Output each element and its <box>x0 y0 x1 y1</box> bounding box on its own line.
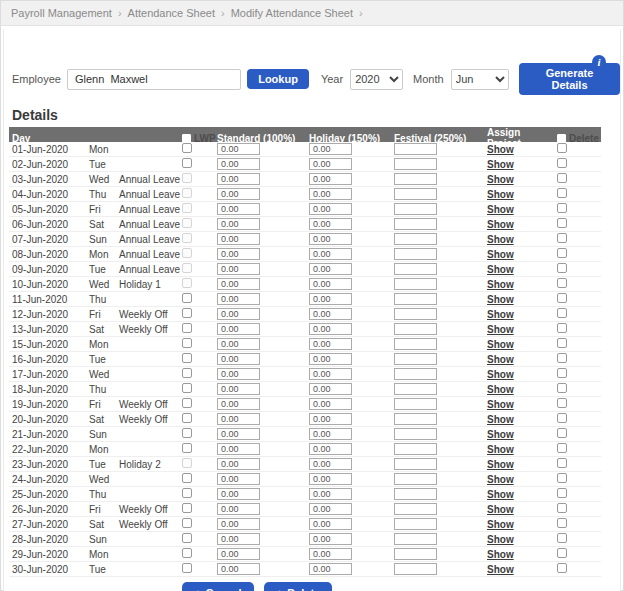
row-delete-checkbox[interactable] <box>557 248 567 258</box>
employee-input[interactable] <box>67 69 241 90</box>
lwp-checkbox[interactable] <box>182 173 192 183</box>
row-delete-checkbox[interactable] <box>557 488 567 498</box>
row-delete-checkbox[interactable] <box>557 143 567 153</box>
show-link[interactable]: Show <box>487 339 514 350</box>
row-delete-checkbox[interactable] <box>557 413 567 423</box>
show-link[interactable]: Show <box>487 159 514 170</box>
lwp-checkbox[interactable] <box>182 248 192 258</box>
festival-input[interactable] <box>394 248 437 260</box>
row-delete-checkbox[interactable] <box>557 173 567 183</box>
show-link[interactable]: Show <box>487 264 514 275</box>
lwp-checkbox[interactable] <box>182 518 192 528</box>
show-link[interactable]: Show <box>487 324 514 335</box>
row-delete-checkbox[interactable] <box>557 548 567 558</box>
standard-input[interactable] <box>217 323 260 335</box>
cancel-button[interactable]: ✦Cancel <box>182 582 254 591</box>
show-link[interactable]: Show <box>487 219 514 230</box>
row-delete-checkbox[interactable] <box>557 398 567 408</box>
show-link[interactable]: Show <box>487 249 514 260</box>
delete-select-all-checkbox[interactable] <box>557 134 566 143</box>
lwp-checkbox[interactable] <box>182 323 192 333</box>
show-link[interactable]: Show <box>487 519 514 530</box>
show-link[interactable]: Show <box>487 294 514 305</box>
breadcrumb-item-modify-attendance-sheet[interactable]: Modify Attendance Sheet <box>231 7 353 19</box>
holiday-input[interactable] <box>309 158 352 170</box>
row-delete-checkbox[interactable] <box>557 458 567 468</box>
festival-input[interactable] <box>394 443 437 455</box>
show-link[interactable]: Show <box>487 474 514 485</box>
standard-input[interactable] <box>217 278 260 290</box>
festival-input[interactable] <box>394 173 437 185</box>
info-icon[interactable]: i <box>592 55 606 69</box>
lwp-checkbox[interactable] <box>182 338 192 348</box>
row-delete-checkbox[interactable] <box>557 563 567 573</box>
festival-input[interactable] <box>394 503 437 515</box>
standard-input[interactable] <box>217 473 260 485</box>
standard-input[interactable] <box>217 368 260 380</box>
festival-input[interactable] <box>394 278 437 290</box>
lwp-checkbox[interactable] <box>182 188 192 198</box>
row-delete-checkbox[interactable] <box>557 353 567 363</box>
show-link[interactable]: Show <box>487 534 514 545</box>
standard-input[interactable] <box>217 188 260 200</box>
row-delete-checkbox[interactable] <box>557 203 567 213</box>
lwp-checkbox[interactable] <box>182 368 192 378</box>
holiday-input[interactable] <box>309 443 352 455</box>
show-link[interactable]: Show <box>487 549 514 560</box>
show-link[interactable]: Show <box>487 189 514 200</box>
holiday-input[interactable] <box>309 203 352 215</box>
standard-input[interactable] <box>217 563 260 575</box>
lwp-checkbox[interactable] <box>182 488 192 498</box>
show-link[interactable]: Show <box>487 399 514 410</box>
lwp-checkbox[interactable] <box>182 458 192 468</box>
festival-input[interactable] <box>394 233 437 245</box>
show-link[interactable]: Show <box>487 204 514 215</box>
holiday-input[interactable] <box>309 548 352 560</box>
standard-input[interactable] <box>217 173 260 185</box>
festival-input[interactable] <box>394 218 437 230</box>
lwp-checkbox[interactable] <box>182 143 192 153</box>
lookup-button[interactable]: Lookup <box>247 69 309 89</box>
holiday-input[interactable] <box>309 518 352 530</box>
festival-input[interactable] <box>394 413 437 425</box>
festival-input[interactable] <box>394 188 437 200</box>
row-delete-checkbox[interactable] <box>557 263 567 273</box>
holiday-input[interactable] <box>309 428 352 440</box>
holiday-input[interactable] <box>309 248 352 260</box>
standard-input[interactable] <box>217 533 260 545</box>
festival-input[interactable] <box>394 458 437 470</box>
lwp-checkbox[interactable] <box>182 278 192 288</box>
festival-input[interactable] <box>394 383 437 395</box>
holiday-input[interactable] <box>309 173 352 185</box>
holiday-input[interactable] <box>309 503 352 515</box>
standard-input[interactable] <box>217 488 260 500</box>
show-link[interactable]: Show <box>487 144 514 155</box>
show-link[interactable]: Show <box>487 564 514 575</box>
row-delete-checkbox[interactable] <box>557 443 567 453</box>
standard-input[interactable] <box>217 458 260 470</box>
festival-input[interactable] <box>394 308 437 320</box>
lwp-checkbox[interactable] <box>182 293 192 303</box>
festival-input[interactable] <box>394 263 437 275</box>
year-select[interactable]: 2020 <box>350 69 403 90</box>
festival-input[interactable] <box>394 533 437 545</box>
lwp-checkbox[interactable] <box>182 308 192 318</box>
standard-input[interactable] <box>217 218 260 230</box>
standard-input[interactable] <box>217 428 260 440</box>
festival-input[interactable] <box>394 488 437 500</box>
show-link[interactable]: Show <box>487 384 514 395</box>
breadcrumb-item-attendance-sheet[interactable]: Attendance Sheet <box>128 7 215 19</box>
lwp-checkbox[interactable] <box>182 413 192 423</box>
standard-input[interactable] <box>217 263 260 275</box>
standard-input[interactable] <box>217 143 260 155</box>
standard-input[interactable] <box>217 203 260 215</box>
show-link[interactable]: Show <box>487 279 514 290</box>
generate-details-button[interactable]: Generate Details <box>519 63 620 95</box>
holiday-input[interactable] <box>309 143 352 155</box>
festival-input[interactable] <box>394 293 437 305</box>
lwp-checkbox[interactable] <box>182 383 192 393</box>
row-delete-checkbox[interactable] <box>557 338 567 348</box>
festival-input[interactable] <box>394 473 437 485</box>
holiday-input[interactable] <box>309 188 352 200</box>
lwp-checkbox[interactable] <box>182 428 192 438</box>
